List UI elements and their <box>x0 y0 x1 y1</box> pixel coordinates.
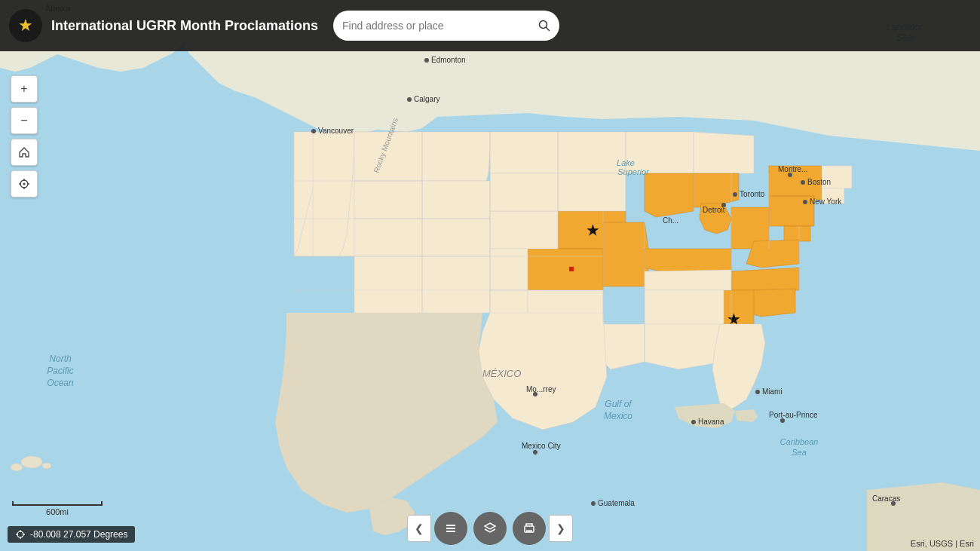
svg-text:Havana: Havana <box>698 418 724 426</box>
svg-text:Mexico City: Mexico City <box>522 442 561 450</box>
svg-text:Edmonton: Edmonton <box>431 56 466 64</box>
svg-text:New York: New York <box>810 197 842 206</box>
svg-text:Ocean: Ocean <box>47 378 74 388</box>
search-button[interactable] <box>538 20 550 32</box>
coordinates-text: -80.008 27.057 Degrees <box>30 529 127 540</box>
svg-text:Mexico: Mexico <box>604 411 632 421</box>
svg-line-67 <box>547 28 550 31</box>
svg-point-64 <box>11 464 23 471</box>
search-input[interactable] <box>342 20 532 32</box>
svg-point-18 <box>424 58 429 63</box>
svg-text:North: North <box>49 354 72 364</box>
svg-point-65 <box>42 463 51 469</box>
zoom-out-button[interactable]: − <box>11 107 38 134</box>
svg-text:Detroit: Detroit <box>703 206 725 214</box>
svg-text:★: ★ <box>586 223 599 238</box>
svg-point-63 <box>21 456 42 468</box>
svg-text:Sea: Sea <box>792 448 807 457</box>
svg-point-34 <box>755 390 760 394</box>
svg-text:Montre...: Montre... <box>778 165 807 173</box>
svg-text:Calgary: Calgary <box>414 95 439 103</box>
svg-text:Caribbean: Caribbean <box>780 437 819 446</box>
svg-point-36 <box>691 420 696 424</box>
print-button[interactable] <box>513 512 546 545</box>
left-toolbar: + − <box>11 75 38 197</box>
zoom-in-button[interactable]: + <box>11 75 38 103</box>
svg-point-30 <box>803 200 807 204</box>
svg-rect-3 <box>569 267 574 271</box>
svg-text:Ch...: Ch... <box>663 216 678 225</box>
svg-text:Gulf of: Gulf of <box>605 399 632 409</box>
svg-point-38 <box>533 450 537 455</box>
svg-text:Boston: Boston <box>807 178 831 186</box>
star-logo-icon: ★ <box>18 16 33 35</box>
svg-text:Caracas: Caracas <box>872 494 900 503</box>
next-page-button[interactable]: ❯ <box>549 515 573 542</box>
esri-attribution: Esri, USGS | Esri <box>911 539 974 548</box>
svg-text:Vancouver: Vancouver <box>318 127 354 135</box>
svg-text:Superior: Superior <box>617 167 650 176</box>
svg-text:Mo...rrey: Mo...rrey <box>526 385 556 393</box>
svg-point-20 <box>407 97 412 102</box>
svg-point-28 <box>801 180 805 185</box>
layers-button[interactable] <box>473 512 507 545</box>
svg-point-69 <box>23 183 26 185</box>
app-logo: ★ <box>9 9 42 42</box>
crosshair-icon <box>15 529 26 540</box>
svg-point-22 <box>311 129 316 133</box>
coordinates-badge: -80.008 27.057 Degrees <box>8 526 135 543</box>
svg-text:Miami: Miami <box>762 387 782 396</box>
svg-point-40 <box>591 501 596 506</box>
search-bar[interactable] <box>333 11 559 41</box>
locate-button[interactable] <box>11 170 38 197</box>
svg-text:Guatemala: Guatemala <box>598 499 635 507</box>
home-button[interactable] <box>11 139 38 166</box>
svg-text:Toronto: Toronto <box>740 190 765 198</box>
svg-point-79 <box>17 531 23 537</box>
map-container[interactable]: Alaska ★ <box>0 0 980 551</box>
svg-text:Port-au-Prince: Port-au-Prince <box>769 411 818 419</box>
map-svg: Alaska ★ <box>0 0 980 551</box>
svg-point-24 <box>733 192 737 197</box>
svg-text:MÉXICO: MÉXICO <box>482 368 521 379</box>
legend-button[interactable] <box>434 512 467 545</box>
app-header: ★ International UGRR Month Proclamations <box>0 0 980 51</box>
svg-rect-78 <box>526 530 532 532</box>
prev-page-button[interactable]: ❮ <box>407 515 431 542</box>
app-title: International UGRR Month Proclamations <box>51 18 318 34</box>
svg-text:Pacific: Pacific <box>47 366 73 376</box>
bottom-controls: ❮ ❯ <box>407 512 573 545</box>
